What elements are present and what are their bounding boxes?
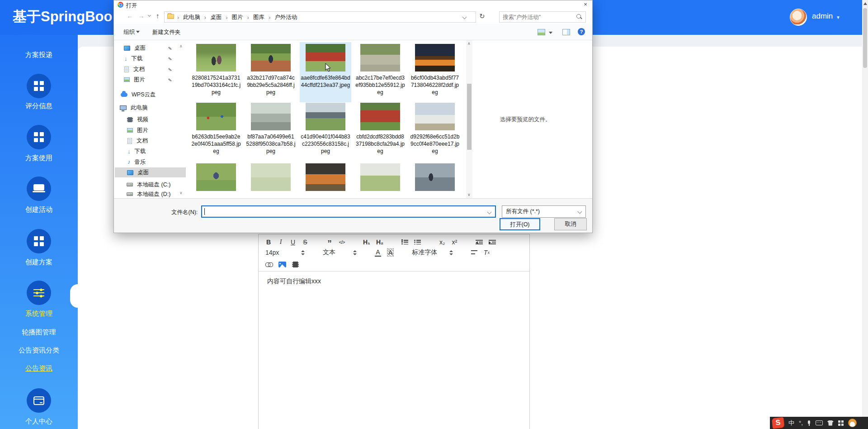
punctuation-toggle[interactable]: °, xyxy=(799,419,803,426)
ordered-list-icon[interactable] xyxy=(401,239,408,245)
shop-icon[interactable] xyxy=(27,176,51,201)
toolbox-icon[interactable] xyxy=(838,420,844,426)
sliders-icon[interactable] xyxy=(27,281,51,305)
refresh-icon[interactable]: ↻ xyxy=(479,12,485,20)
tree-item-desktop-pinned[interactable]: 桌面 xyxy=(115,43,186,53)
sidebar-item-gerenzhongxin[interactable]: 个人中心 xyxy=(0,417,78,426)
tree-item-desktop-selected[interactable]: 桌面 xyxy=(115,167,186,177)
sidebar-item-chuangjianfangan[interactable]: 创建方案 xyxy=(0,258,78,267)
breadcrumb-this-pc[interactable]: 此电脑 xyxy=(183,14,200,21)
italic-icon[interactable]: I xyxy=(278,238,284,246)
grid-icon[interactable] xyxy=(27,229,51,253)
search-input[interactable] xyxy=(500,12,573,22)
file-thumbnail[interactable] xyxy=(360,44,400,72)
microphone-icon[interactable] xyxy=(807,420,811,426)
file-name[interactable]: c41d90e401f044b83c2230556c83158c.jpeg xyxy=(301,133,350,155)
sidebar-item-lunbotuguanli[interactable]: 轮播图管理 xyxy=(0,328,78,337)
chevron-down-icon[interactable]: ▼ xyxy=(836,15,840,20)
file-thumbnail[interactable] xyxy=(415,163,455,191)
file-thumbnail[interactable] xyxy=(251,163,291,191)
filetype-select[interactable]: 所有文件 (*.*) xyxy=(502,205,586,218)
scroll-down-icon[interactable]: ∨ xyxy=(467,192,471,197)
file-thumbnail[interactable] xyxy=(415,44,455,72)
file-thumbnail[interactable] xyxy=(360,163,400,191)
card-icon[interactable] xyxy=(27,388,51,413)
avatar[interactable] xyxy=(790,9,807,26)
page-scrollbar[interactable] xyxy=(862,0,868,429)
font-color-icon[interactable]: A xyxy=(375,248,381,257)
address-bar[interactable]: › 此电脑 › 桌面 › 图片 › 图库 › 户外活动 xyxy=(164,11,476,23)
sidebar-item-chuangjianhuodong[interactable]: 创建活动 xyxy=(0,205,78,214)
cancel-button[interactable]: 取消 xyxy=(554,218,587,230)
link-icon[interactable] xyxy=(265,262,273,267)
back-icon[interactable]: ← xyxy=(127,12,133,19)
new-folder-button[interactable]: 新建文件夹 xyxy=(152,29,181,36)
close-icon[interactable]: × xyxy=(581,1,590,8)
file-name[interactable]: 82808175241a373119bd70433164c1fc.jpeg xyxy=(191,74,241,96)
file-name[interactable]: abc2c17be7ef0ecd3ef935bb12e55912.jpeg xyxy=(355,74,405,96)
filename-input[interactable] xyxy=(201,205,496,218)
tree-item-downloads-pinned[interactable]: ↓下载 xyxy=(115,53,186,63)
preview-pane-icon[interactable] xyxy=(562,29,570,35)
scroll-up-icon[interactable]: ∧ xyxy=(467,41,471,46)
sidebar-item-gonggaozixunfenlei[interactable]: 公告资讯分类 xyxy=(0,346,78,355)
emoji-avatar-icon[interactable] xyxy=(848,419,857,427)
sogou-logo[interactable]: S xyxy=(772,417,784,429)
scrollbar-thumb[interactable] xyxy=(467,84,472,150)
tree-item-music[interactable]: ♪音乐 xyxy=(115,157,186,167)
unordered-list-icon[interactable] xyxy=(414,239,421,245)
grid-icon[interactable] xyxy=(27,125,51,149)
chevron-down-icon[interactable] xyxy=(487,210,492,214)
user-menu[interactable]: admin xyxy=(812,12,833,21)
underline-icon[interactable]: U xyxy=(290,238,296,246)
grid-icon[interactable] xyxy=(27,74,51,98)
font-size-select[interactable]: 14px xyxy=(265,248,292,257)
tree-item-videos[interactable]: 视频 xyxy=(115,114,186,124)
bold-icon[interactable]: B xyxy=(265,238,272,246)
file-thumbnail[interactable] xyxy=(196,103,236,130)
rich-text-editor[interactable]: B I U S ” </> H₁ H₂ x₂ x² 14px 文本 A A 标准… xyxy=(258,234,530,429)
code-icon[interactable]: </> xyxy=(339,238,345,246)
keyboard-icon[interactable] xyxy=(816,420,823,425)
scroll-up-icon[interactable] xyxy=(863,2,867,5)
file-thumbnail[interactable] xyxy=(360,103,400,130)
forward-icon[interactable]: → xyxy=(138,12,145,19)
breadcrumb-outdoor[interactable]: 户外活动 xyxy=(274,14,297,21)
file-name[interactable]: b6cf00db43abd5f777138046228f2ddf.jpeg xyxy=(410,74,460,96)
help-icon[interactable]: ? xyxy=(578,28,585,35)
outdent-icon[interactable] xyxy=(476,239,483,245)
font-family-select[interactable]: 标准字体 xyxy=(412,248,440,257)
file-thumbnail[interactable] xyxy=(415,103,455,130)
search-icon[interactable] xyxy=(576,14,582,20)
tree-item-wps-cloud[interactable]: WPS云盘 xyxy=(115,90,186,100)
tree-item-documents-pinned[interactable]: 文档 xyxy=(115,64,186,74)
heading2-icon[interactable]: H₂ xyxy=(376,238,383,246)
sidebar-item-xitongguanli[interactable]: 系统管理 xyxy=(0,310,78,318)
file-thumbnail[interactable] xyxy=(196,44,236,72)
breadcrumb-pictures[interactable]: 图片 xyxy=(232,14,243,21)
file-thumbnail[interactable] xyxy=(306,163,345,191)
scrollbar-thumb[interactable] xyxy=(863,8,867,68)
file-name[interactable]: cbfd2dcdf8283bdd837198bc8cfa29a4.jpeg xyxy=(355,133,405,155)
tree-scroll-down-icon[interactable]: ∨ xyxy=(179,191,183,195)
heading1-icon[interactable]: H₁ xyxy=(363,238,370,246)
file-name[interactable]: aae8fcdfe63fe864bd44cffdf213ea37.jpeg xyxy=(301,74,350,89)
indent-icon[interactable] xyxy=(489,239,496,245)
subscript-icon[interactable]: x₂ xyxy=(439,238,445,246)
breadcrumb-desktop[interactable]: 桌面 xyxy=(210,14,222,21)
open-button[interactable]: 打开(O) xyxy=(500,218,540,230)
skin-icon[interactable] xyxy=(827,420,834,426)
view-mode-icon[interactable] xyxy=(538,29,545,35)
file-name[interactable]: bf87aa7a06499e615288f95038ca7b58.jpeg xyxy=(246,133,296,155)
strikethrough-icon[interactable]: S xyxy=(302,238,308,246)
view-mode-chevron[interactable] xyxy=(549,32,552,34)
stepper-icon[interactable] xyxy=(449,250,453,255)
text-style-select[interactable]: 文本 xyxy=(323,248,344,257)
video-icon[interactable] xyxy=(292,262,299,267)
breadcrumb-gallery[interactable]: 图库 xyxy=(253,14,264,21)
highlight-icon[interactable]: A xyxy=(387,248,394,257)
tree-scroll-up-icon[interactable]: ∧ xyxy=(179,44,183,48)
blockquote-icon[interactable]: ” xyxy=(326,239,333,248)
file-name[interactable]: b6263db15ee9ab2e2e0f4051aaa5ff58.jpeg xyxy=(191,133,241,155)
tree-item-drive-d[interactable]: 本地磁盘 (D:) xyxy=(115,189,186,199)
